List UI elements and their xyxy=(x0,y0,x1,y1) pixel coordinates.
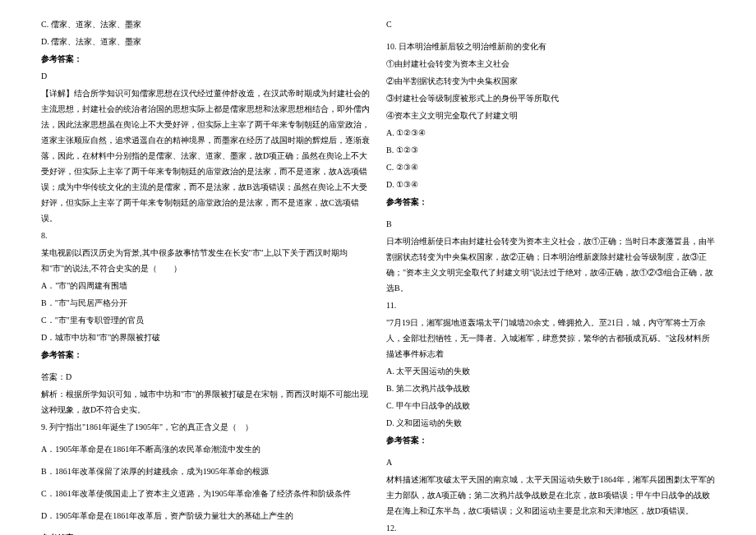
q9-opt-d: D．1905年革命是在1861年改革后，资产阶级力量壮大的基础上产生的 xyxy=(41,508,370,523)
q10-stmt-2: ②由半割据状态转变为中央集权国家 xyxy=(386,73,715,89)
explain-5: 材料描述湘军攻破太平天国的南京城，太平天国运动失败于1864年，湘军兵团围剿太平… xyxy=(386,472,715,519)
answer-label-1: 参考答案： xyxy=(41,51,370,67)
answer-label-4: 参考答案： xyxy=(386,194,715,210)
q11-number: 11. xyxy=(386,297,715,313)
q8-number: 8. xyxy=(41,228,370,243)
q10-stmt-4: ④资本主义文明完全取代了封建文明 xyxy=(386,108,715,123)
q11-opt-d: D. 义和团运动的失败 xyxy=(386,415,715,431)
q11-opt-a: A. 太平天国运动的失败 xyxy=(386,363,715,379)
q10-opt-d: D. ①③④ xyxy=(386,177,715,192)
answer-2-line2: 解析：根据所学知识可知，城市中坊和"市"的界限被打破是在宋朝，而西汉时期不可能出… xyxy=(41,386,370,417)
answer-4: B xyxy=(386,216,715,232)
q10-opt-a: A. ①②③④ xyxy=(386,125,715,141)
q8-opt-a: A．"市"的四周建有围墙 xyxy=(41,278,370,293)
q9-text: 9. 列宁指出"1861年诞生了1905年"，它的真正含义是（ ） xyxy=(41,419,370,435)
q11-text: "7月19日，湘军掘地道轰塌太平门城墙20余丈，蜂拥抢入。至21日，城，内守军将… xyxy=(386,315,715,362)
answer-label-2: 参考答案： xyxy=(41,347,370,362)
answer-5: A xyxy=(386,454,715,470)
q10-opt-b: B. ①②③ xyxy=(386,142,715,158)
q7-opt-c: C. 儒家、道家、法家、墨家 xyxy=(41,16,370,32)
answer-2-line1: 答案：D xyxy=(41,369,370,385)
q11-opt-b: B. 第二次鸦片战争战败 xyxy=(386,380,715,396)
answer-label-5: 参考答案： xyxy=(386,432,715,448)
explain-4: 日本明治维新使日本由封建社会转变为资本主义社会，故①正确；当时日本废藩置县，由半… xyxy=(386,233,715,296)
q10-text: 10. 日本明治维新后较之明治维新前的变化有 xyxy=(386,39,715,54)
q10-opt-c: C. ②③④ xyxy=(386,159,715,175)
q7-opt-d: D. 儒家、法家、道家、墨家 xyxy=(41,34,370,49)
q11-opt-c: C. 甲午中日战争的战败 xyxy=(386,398,715,413)
q8-opt-d: D．城市中坊和"市"的界限被打破 xyxy=(41,330,370,345)
q8-opt-b: B．"市"与民居严格分开 xyxy=(41,295,370,311)
answer-1: D xyxy=(41,68,370,84)
q9-opt-b: B．1861年改革保留了浓厚的封建残余，成为1905年革命的根源 xyxy=(41,464,370,479)
q12-number: 12. xyxy=(386,520,715,535)
explain-1: 【详解】结合所学知识可知儒家思想在汉代经过董仲舒改造，在汉武帝时期成为封建社会的… xyxy=(41,85,370,226)
q10-stmt-1: ①由封建社会转变为资本主义社会 xyxy=(386,56,715,71)
q8-text: 某电视剧以西汉历史为背景,其中很多故事情节发生在长安"市"上,以下关于西汉时期均… xyxy=(41,245,370,276)
answer-label-3: 参考答案： xyxy=(41,530,370,535)
q10-stmt-3: ③封建社会等级制度被形式上的身份平等所取代 xyxy=(386,90,715,106)
q8-opt-c: C．"市"里有专职管理的官员 xyxy=(41,312,370,328)
q9-opt-c: C．1861年改革使俄国走上了资本主义道路，为1905年革命准备了经济条件和阶级… xyxy=(41,486,370,501)
q9-opt-a: A．1905年革命是在1861年不断高涨的农民革命潮流中发生的 xyxy=(41,441,370,457)
answer-c: C xyxy=(386,16,715,32)
